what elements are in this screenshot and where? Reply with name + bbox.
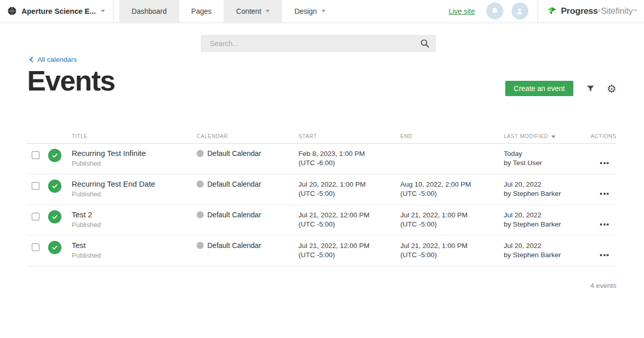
modified-by: by Test User <box>504 159 589 168</box>
site-selector[interactable]: Aperture Science E... <box>0 0 114 22</box>
sort-descending-icon <box>551 136 555 138</box>
notifications-button[interactable] <box>486 3 503 19</box>
start-date: Jul 20, 2022, 1:00 PM <box>298 180 400 189</box>
end-timezone: (UTC -5:00) <box>400 251 504 260</box>
search-bar <box>201 35 436 52</box>
published-status-icon <box>48 241 61 254</box>
tab-pages-label: Pages <box>191 7 212 15</box>
page-title: Events <box>27 67 115 95</box>
end-date: Jul 21, 2022, 1:00 PM <box>400 241 504 251</box>
row-checkbox[interactable] <box>32 151 39 159</box>
events-count: 4 events <box>0 282 616 289</box>
end-cell <box>400 144 504 174</box>
row-actions-button[interactable] <box>600 183 609 205</box>
last-modified-cell: Jul 20, 2022 by Stephen Barker <box>504 174 589 205</box>
modified-date: Today <box>504 149 589 159</box>
header-actions: ACTIONS <box>589 133 616 139</box>
last-modified-cell: Today by Test User <box>504 144 589 174</box>
search-input[interactable] <box>201 35 436 52</box>
header-checkbox-spacer <box>27 133 45 139</box>
top-navigation-bar: Aperture Science E... Dashboard Pages Co… <box>0 0 644 22</box>
tab-design[interactable]: Design <box>282 0 338 22</box>
modified-by: by Stephen Barker <box>504 251 589 260</box>
header-title[interactable]: TITLE <box>72 133 197 139</box>
progress-sitefinity-logo: Progress® Sitefinity™ <box>538 6 644 17</box>
heading-row: Events Create an event ⚙ <box>27 67 616 95</box>
profile-button[interactable] <box>511 3 528 19</box>
last-modified-cell: Jul 20, 2022 by Stephen Barker <box>504 236 589 266</box>
row-actions-button[interactable] <box>600 152 609 174</box>
start-cell: Jul 20, 2022, 1:00 PM (UTC -5:00) <box>298 174 400 205</box>
row-checkbox[interactable] <box>32 213 39 220</box>
logo-brand-text: Progress <box>561 6 598 16</box>
start-cell: Jul 21, 2022, 12:00 PM (UTC -5:00) <box>298 236 400 266</box>
filter-icon <box>586 84 595 93</box>
gear-icon: ⚙ <box>607 83 616 94</box>
modified-by: by Stephen Barker <box>504 189 589 198</box>
end-cell: Jul 21, 2022, 1:00 PM (UTC -5:00) <box>400 205 504 235</box>
row-checkbox[interactable] <box>32 182 39 190</box>
tab-content-label: Content <box>236 7 261 15</box>
table-row: Recurring Test End Date Published Defaul… <box>27 174 616 205</box>
page: Aperture Science E... Dashboard Pages Co… <box>0 0 644 338</box>
end-date: Aug 10, 2022, 2:00 PM <box>400 180 504 189</box>
start-timezone: (UTC -6:00) <box>298 159 400 168</box>
header-status-spacer <box>45 133 72 139</box>
event-title[interactable]: Test <box>72 241 197 250</box>
calendar-name: Default Calendar <box>207 211 261 219</box>
calendar-name: Default Calendar <box>207 149 261 157</box>
back-link-label: All calendars <box>37 56 77 63</box>
calendar-dot-icon <box>197 150 204 157</box>
event-title[interactable]: Recurring Test Infinite <box>72 149 197 158</box>
logo-product-text: Sitefinity <box>601 6 633 16</box>
published-status-icon <box>48 210 61 223</box>
start-date: Jul 21, 2022, 12:00 PM <box>298 241 400 251</box>
event-title[interactable]: Recurring Test End Date <box>72 179 197 189</box>
header-start[interactable]: START <box>298 133 400 139</box>
event-title[interactable]: Test 2 <box>72 210 197 219</box>
back-link-all-calendars[interactable]: All calendars <box>29 56 77 63</box>
settings-button[interactable]: ⚙ <box>607 83 616 94</box>
event-status: Published <box>72 252 197 259</box>
tab-content[interactable]: Content <box>224 0 282 22</box>
tab-design-label: Design <box>294 7 317 15</box>
end-timezone: (UTC -5:00) <box>400 189 504 198</box>
row-actions-button[interactable] <box>600 214 609 235</box>
start-cell: Feb 8, 2023, 1:00 PM (UTC -6:00) <box>298 144 400 174</box>
row-checkbox[interactable] <box>32 243 39 251</box>
calendar-dot-icon <box>197 211 204 218</box>
modified-date: Jul 20, 2022 <box>504 211 589 220</box>
header-calendar[interactable]: CALENDAR <box>197 133 298 139</box>
start-timezone: (UTC -5:00) <box>298 189 400 198</box>
search-icon[interactable] <box>420 38 430 49</box>
tab-dashboard-label: Dashboard <box>132 7 167 15</box>
tab-dashboard[interactable]: Dashboard <box>119 0 179 22</box>
calendar-dot-icon <box>197 181 204 188</box>
events-table: TITLE CALENDAR START END LAST MODIFIED A… <box>27 133 616 266</box>
logo-product-mark: ™ <box>633 9 637 14</box>
site-name: Aperture Science E... <box>22 7 96 15</box>
calendar-name: Default Calendar <box>207 180 261 188</box>
globe-icon <box>7 6 17 16</box>
modified-date: Jul 20, 2022 <box>504 180 589 189</box>
end-date: Jul 21, 2022, 1:00 PM <box>400 211 504 220</box>
topbar-right: Live site Progress® <box>448 0 644 22</box>
chevron-down-icon <box>321 10 326 12</box>
progress-logo-icon <box>546 6 557 17</box>
table-row: Recurring Test Infinite Published Defaul… <box>27 144 616 174</box>
live-site-link[interactable]: Live site <box>448 7 475 15</box>
event-status: Published <box>72 160 197 167</box>
create-event-button[interactable]: Create an event <box>505 81 574 96</box>
header-last-modified[interactable]: LAST MODIFIED <box>504 133 589 139</box>
tab-pages[interactable]: Pages <box>179 0 224 22</box>
modified-date: Jul 20, 2022 <box>504 241 589 251</box>
chevron-left-icon <box>29 56 34 63</box>
row-actions-button[interactable] <box>600 244 609 266</box>
table-row: Test 2 Published Default Calendar Jul 21… <box>27 205 616 236</box>
header-end[interactable]: END <box>400 133 504 139</box>
chevron-down-icon <box>266 10 270 12</box>
chevron-down-icon <box>101 10 105 12</box>
calendar-name: Default Calendar <box>207 241 261 250</box>
heading-controls: Create an event ⚙ <box>505 81 616 96</box>
filter-button[interactable] <box>586 84 595 93</box>
